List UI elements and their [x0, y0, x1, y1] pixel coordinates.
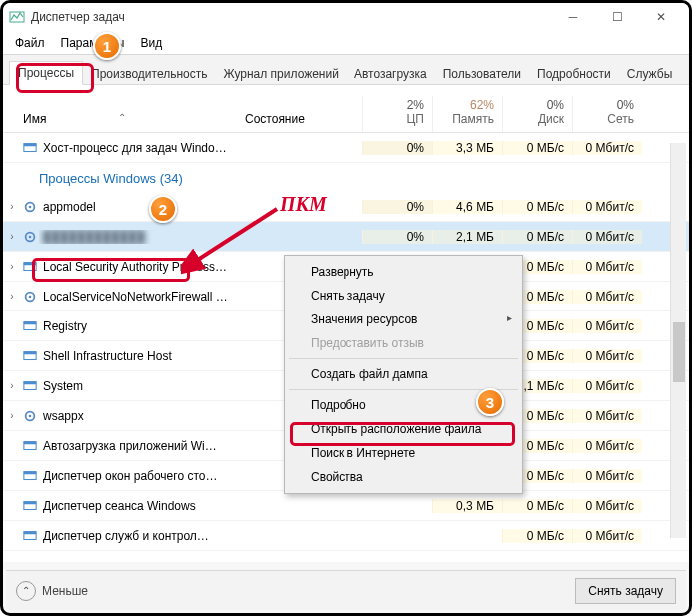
col-name[interactable]: ⌃Имя [3, 108, 241, 132]
menu-view[interactable]: Вид [134, 34, 168, 52]
svg-rect-12 [24, 321, 36, 324]
ctx-resource-values[interactable]: Значения ресурсов▸ [287, 308, 520, 331]
disk-cell: 0 МБ/с [502, 529, 572, 543]
col-net[interactable]: 0%Сеть [572, 96, 642, 132]
disk-cell: 0 МБ/с [502, 200, 572, 214]
process-name: Хост-процесс для задач Windo… [39, 141, 241, 155]
tab-users[interactable]: Пользователи [435, 63, 529, 85]
separator [289, 389, 518, 390]
ctx-open-location[interactable]: Открыть расположение файла [287, 417, 520, 441]
svg-rect-20 [24, 441, 36, 444]
end-task-button[interactable]: Снять задачу [575, 578, 676, 604]
tab-startup[interactable]: Автозагрузка [346, 63, 435, 85]
menu-file[interactable]: Файл [9, 34, 51, 52]
monitor-icon [21, 319, 39, 333]
scrollbar[interactable] [670, 143, 686, 538]
memory-cell: 2,1 МБ [432, 230, 502, 244]
monitor-icon [21, 469, 39, 483]
net-cell: 0 Мбит/с [572, 230, 642, 244]
expand-toggle[interactable]: › [3, 261, 21, 272]
gear-icon [21, 230, 39, 244]
cpu-cell: 0% [362, 230, 432, 244]
net-cell: 0 Мбит/с [572, 290, 642, 304]
process-row[interactable]: Хост-процесс для задач Windo…0%3,3 МБ0 М… [3, 133, 689, 163]
expand-toggle[interactable]: › [3, 291, 21, 302]
process-name: appmodel [39, 200, 241, 214]
svg-point-10 [29, 295, 32, 298]
col-memory[interactable]: 62%Память [432, 96, 502, 132]
process-name: Registry [39, 319, 241, 333]
process-row[interactable]: Диспетчер служб и контрол…0 МБ/с0 Мбит/с [3, 521, 689, 551]
ctx-search-online[interactable]: Поиск в Интернете [287, 441, 520, 465]
ctx-expand[interactable]: Развернуть [287, 260, 520, 284]
gear-icon [21, 290, 39, 304]
net-cell: 0 Мбит/с [572, 469, 642, 483]
net-cell: 0 Мбит/с [572, 409, 642, 423]
expand-toggle[interactable]: › [3, 201, 21, 212]
expand-toggle[interactable]: › [3, 410, 21, 421]
process-name: Диспетчер служб и контрол… [39, 529, 241, 543]
svg-point-18 [29, 414, 32, 417]
context-menu: Развернуть Снять задачу Значения ресурсо… [284, 255, 523, 494]
tab-services[interactable]: Службы [619, 63, 680, 85]
chevron-up-icon: ⌃ [16, 581, 36, 601]
svg-rect-2 [24, 143, 36, 146]
col-disk[interactable]: 0%Диск [502, 96, 572, 132]
menu-params[interactable]: Параметры [55, 34, 131, 52]
net-cell: 0 Мбит/с [572, 439, 642, 453]
process-name: Shell Infrastructure Host [39, 349, 241, 363]
memory-cell: 0,3 МБ [432, 499, 502, 513]
col-cpu[interactable]: 2%ЦП [362, 96, 432, 132]
tab-details[interactable]: Подробности [529, 63, 619, 85]
process-row[interactable]: ›████████████0%2,1 МБ0 МБ/с0 Мбит/с [3, 222, 689, 252]
monitor-icon [21, 260, 39, 274]
process-name: System [39, 379, 241, 393]
monitor-icon [21, 141, 39, 155]
disk-cell: 0 МБ/с [502, 141, 572, 155]
net-cell: 0 Мбит/с [572, 529, 642, 543]
app-icon [9, 9, 25, 25]
memory-cell: 3,3 МБ [432, 141, 502, 155]
svg-rect-22 [24, 471, 36, 474]
ctx-details[interactable]: Подробно [287, 393, 520, 417]
scrollbar-thumb[interactable] [673, 322, 685, 382]
expand-toggle[interactable]: › [3, 231, 21, 242]
fewer-details-button[interactable]: ⌃ Меньше [16, 581, 88, 601]
close-button[interactable]: ✕ [639, 3, 683, 31]
maximize-button[interactable]: ☐ [595, 3, 639, 31]
disk-cell: 0 МБ/с [502, 230, 572, 244]
process-name: Local Security Authority Process… [39, 260, 241, 274]
memory-cell: 4,6 МБ [432, 200, 502, 214]
expand-toggle[interactable]: › [3, 380, 21, 391]
svg-rect-8 [24, 262, 36, 265]
chevron-right-icon: ▸ [507, 312, 512, 323]
process-name: wsappx [39, 409, 241, 423]
ctx-feedback: Предоставить отзыв [287, 331, 520, 355]
ctx-end-task[interactable]: Снять задачу [287, 284, 520, 308]
monitor-icon [21, 499, 39, 513]
menubar-real: Файл Параметры Вид [3, 31, 689, 55]
footer: ⌃ Меньше Снять задачу [6, 570, 686, 610]
monitor-icon [21, 439, 39, 453]
process-name: Диспетчер окон рабочего сто… [39, 469, 241, 483]
process-name: Автозагрузка приложений Wi… [39, 439, 241, 453]
ctx-properties[interactable]: Свойства [287, 465, 520, 489]
monitor-icon [21, 379, 39, 393]
tab-processes[interactable]: Процессы [9, 61, 83, 85]
svg-point-6 [29, 235, 32, 238]
col-state[interactable]: Состояние [241, 108, 362, 132]
tab-app-history[interactable]: Журнал приложений [216, 63, 346, 85]
net-cell: 0 Мбит/с [572, 349, 642, 363]
process-name: Диспетчер сеанса Windows [39, 499, 241, 513]
ctx-create-dump[interactable]: Создать файл дампа [287, 362, 520, 386]
process-name: LocalServiceNoNetworkFirewall … [39, 290, 241, 304]
fewer-details-label: Меньше [42, 584, 88, 598]
net-cell: 0 Мбит/с [572, 260, 642, 274]
minimize-button[interactable]: ─ [551, 3, 595, 31]
svg-rect-24 [24, 501, 36, 504]
column-headers: ⌃Имя Состояние 2%ЦП 62%Память 0%Диск 0%С… [3, 85, 689, 133]
process-row[interactable]: ›appmodel0%4,6 МБ0 МБ/с0 Мбит/с [3, 192, 689, 222]
net-cell: 0 Мбит/с [572, 200, 642, 214]
tab-performance[interactable]: Производительность [83, 63, 215, 85]
process-row[interactable]: Диспетчер сеанса Windows0,3 МБ0 МБ/с0 Мб… [3, 491, 689, 521]
